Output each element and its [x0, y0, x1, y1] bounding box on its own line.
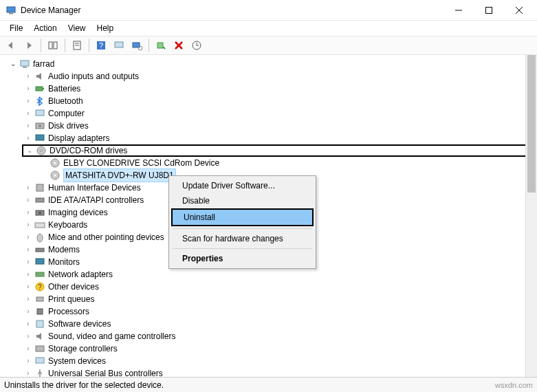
expand-right-icon[interactable]: ›	[23, 256, 33, 268]
tree-item-label: Modems	[48, 243, 80, 256]
tree-item-label: Universal Serial Bus controllers	[48, 367, 163, 377]
tree-item[interactable]: ›?Other devices	[23, 281, 537, 293]
tree-item[interactable]: ›Software devices	[23, 318, 537, 330]
tree-item[interactable]: ›Processors	[23, 305, 537, 318]
tree-item[interactable]: ›System devices	[23, 355, 537, 367]
menu-file[interactable]: File	[4, 22, 28, 34]
tree-item-label: Display adapters	[48, 132, 109, 144]
expand-down-icon[interactable]: ⌄	[25, 144, 34, 157]
ctx-update-driver[interactable]: Update Driver Software...	[171, 178, 314, 193]
help-button[interactable]: ?	[93, 38, 109, 53]
expand-right-icon[interactable]: ›	[23, 293, 33, 305]
expand-right-icon[interactable]: ›	[23, 330, 33, 342]
expand-right-icon[interactable]: ›	[23, 219, 33, 231]
forward-button[interactable]	[21, 38, 37, 53]
expand-right-icon[interactable]: ›	[23, 206, 33, 219]
expand-right-icon[interactable]: ›	[23, 342, 33, 355]
bluetooth-icon	[34, 96, 45, 107]
tree-item[interactable]: ›Sound, video and game controllers	[23, 330, 537, 342]
expand-right-icon[interactable]: ›	[23, 231, 33, 243]
tree-root[interactable]: ⌄ farrad	[8, 58, 537, 70]
expand-right-icon[interactable]: ›	[23, 194, 33, 206]
toolbar: ?	[0, 36, 537, 55]
expand-right-icon[interactable]: ›	[23, 318, 33, 330]
svg-rect-20	[36, 87, 43, 91]
minimize-button[interactable]	[443, 0, 474, 21]
expand-right-icon[interactable]: ›	[23, 281, 33, 293]
status-text: Uninstalls the driver for the selected d…	[4, 380, 164, 390]
svg-point-24	[39, 124, 41, 127]
context-menu: Update Driver Software... Disable Uninst…	[168, 175, 316, 269]
menu-help[interactable]: Help	[91, 22, 120, 34]
update-driver-button[interactable]	[188, 38, 205, 53]
tree-item[interactable]: ›Disk drives	[23, 120, 537, 132]
vertical-scrollbar[interactable]	[525, 55, 537, 377]
tree-item-device[interactable]: ELBY CLONEDRIVE SCSI CdRom Device	[39, 157, 537, 169]
svg-rect-22	[36, 110, 44, 116]
tree-item[interactable]: ›Print queues	[23, 293, 537, 305]
modem-icon	[34, 244, 45, 255]
ctx-uninstall[interactable]: Uninstall	[171, 208, 314, 226]
svg-rect-40	[36, 272, 44, 276]
display-icon	[34, 133, 45, 144]
scan-hardware-button[interactable]	[129, 38, 145, 53]
expand-right-icon[interactable]: ›	[23, 182, 33, 194]
tree-item-label: Processors	[48, 305, 89, 318]
tree-item[interactable]: ›Bluetooth	[23, 95, 537, 107]
menu-view[interactable]: View	[63, 22, 91, 34]
tree-item-label: Network adapters	[48, 268, 113, 281]
svg-point-27	[41, 150, 43, 152]
tree-item[interactable]: ›Computer	[23, 107, 537, 120]
uninstall-button[interactable]	[171, 38, 187, 53]
properties-button[interactable]	[69, 38, 85, 53]
tree-item-label: Print queues	[48, 293, 94, 305]
tree-item[interactable]: ›Audio inputs and outputs	[23, 70, 537, 83]
close-button[interactable]	[504, 0, 534, 21]
ctx-divider	[173, 248, 312, 249]
svg-rect-13	[115, 42, 123, 47]
svg-rect-3	[486, 7, 492, 13]
svg-rect-19	[23, 67, 27, 68]
ctx-disable[interactable]: Disable	[171, 193, 314, 208]
menu-action[interactable]: Action	[28, 22, 62, 34]
disk-icon	[34, 120, 45, 131]
tree-item[interactable]: ›Universal Serial Bus controllers	[23, 367, 537, 377]
expand-right-icon[interactable]: ›	[23, 95, 33, 107]
tree-item-dvd[interactable]: ⌄ DVD/CD-ROM drives	[22, 144, 537, 157]
svg-rect-6	[49, 42, 52, 49]
expand-right-icon[interactable]: ›	[23, 70, 33, 83]
tree-item-label: Imaging devices	[48, 206, 108, 219]
svg-rect-43	[36, 297, 43, 301]
tree-item-label: Disk drives	[48, 120, 89, 132]
show-hide-tree-button[interactable]	[45, 38, 61, 53]
expand-right-icon[interactable]: ›	[23, 367, 33, 377]
tree-item-label: Batteries	[48, 83, 80, 95]
expand-right-icon[interactable]: ›	[23, 120, 33, 132]
storage-icon	[34, 343, 45, 354]
hid-icon	[34, 182, 45, 193]
tree-item-label: Other devices	[48, 281, 99, 293]
ctx-scan[interactable]: Scan for hardware changes	[171, 231, 314, 246]
expand-down-icon[interactable]: ⌄	[8, 58, 18, 70]
expand-right-icon[interactable]: ›	[23, 83, 33, 95]
tree-item[interactable]: ›Network adapters	[23, 268, 537, 281]
tree-item[interactable]: ›Display adapters	[23, 132, 537, 144]
tree-item-label: IDE ATA/ATAPI controllers	[48, 194, 144, 206]
tree-item[interactable]: ›Batteries	[23, 83, 537, 95]
back-button[interactable]	[3, 38, 19, 53]
expand-right-icon[interactable]: ›	[23, 132, 33, 144]
tree-item-label: Bluetooth	[48, 95, 83, 107]
toolbar-icon[interactable]	[111, 38, 127, 53]
expand-right-icon[interactable]: ›	[23, 268, 33, 281]
battery-icon	[34, 83, 45, 94]
expand-right-icon[interactable]: ›	[23, 305, 33, 318]
ctx-properties[interactable]: Properties	[171, 251, 314, 266]
scrollbar-thumb[interactable]	[527, 55, 536, 193]
expand-right-icon[interactable]: ›	[23, 107, 33, 120]
system-icon	[34, 356, 45, 367]
tree-item[interactable]: ›Storage controllers	[23, 342, 537, 355]
enable-button[interactable]	[153, 38, 169, 53]
expand-right-icon[interactable]: ›	[23, 355, 33, 367]
maximize-button[interactable]	[474, 0, 504, 21]
expand-right-icon[interactable]: ›	[23, 243, 33, 256]
